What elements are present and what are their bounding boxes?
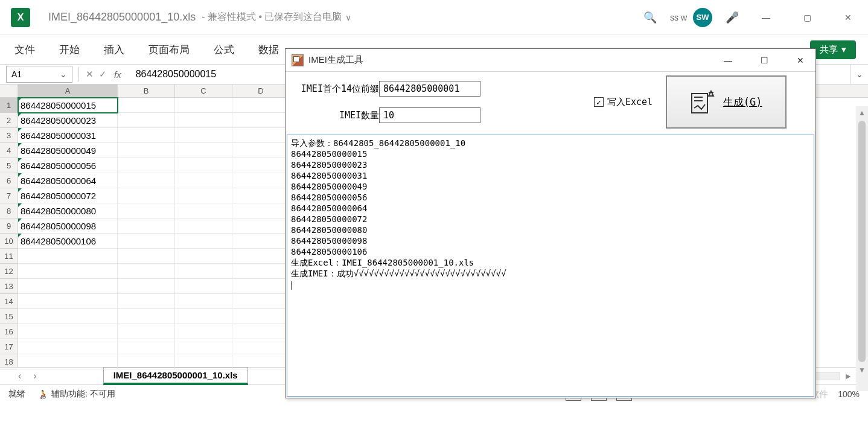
cell[interactable] [232,203,290,218]
cell[interactable] [18,324,118,339]
cell[interactable] [175,203,232,218]
cell[interactable]: 864428050000056 [18,158,118,173]
cell[interactable] [232,128,290,143]
cell[interactable] [232,113,290,128]
sheet-tab[interactable]: IMEI_86442805000001_10.xls [103,367,248,385]
cell[interactable] [232,264,290,279]
row-header[interactable]: 15 [0,309,18,324]
cell[interactable]: 864428050000098 [18,218,118,234]
row-header[interactable]: 12 [0,264,18,279]
cell[interactable] [118,234,175,249]
cell[interactable] [18,294,118,309]
hscroll-right-icon[interactable]: ► [840,371,856,381]
cell[interactable]: 864428050000023 [18,113,118,128]
cell[interactable] [232,324,290,339]
cell[interactable] [118,158,175,173]
cell[interactable] [118,249,175,264]
tab-insert[interactable]: 插入 [101,39,127,60]
file-title[interactable]: IMEI_86442805000001_10.xls [48,11,196,24]
cell[interactable]: 864428050000072 [18,188,118,203]
cell[interactable] [118,113,175,128]
cell[interactable] [175,143,232,158]
cell[interactable] [118,324,175,339]
cell[interactable] [232,98,290,113]
cell[interactable] [118,339,175,354]
dialog-close-button[interactable]: ✕ [791,56,809,65]
row-header[interactable]: 14 [0,294,18,309]
share-button[interactable]: 共享 ▾ [810,40,856,59]
namebox-dropdown-icon[interactable]: ⌄ [60,69,67,79]
cell[interactable] [118,203,175,218]
cell[interactable] [118,173,175,188]
cell[interactable] [175,294,232,309]
dialog-titlebar[interactable]: IMEI生成工具 — ☐ ✕ [286,49,815,72]
row-header[interactable]: 8 [0,203,18,218]
cell[interactable] [118,143,175,158]
cell[interactable] [175,249,232,264]
row-header[interactable]: 11 [0,249,18,264]
col-header-b[interactable]: B [118,84,175,97]
scroll-down-icon[interactable]: ▼ [858,366,866,374]
dialog-minimize-button[interactable]: — [719,56,737,65]
cell[interactable] [175,339,232,354]
cell[interactable] [232,158,290,173]
prev-sheet-icon[interactable]: ‹ [12,371,27,381]
row-header[interactable]: 16 [0,324,18,339]
cancel-formula-icon[interactable]: ✕ [83,69,96,80]
cell[interactable] [232,309,290,324]
cell[interactable]: 864428050000064 [18,173,118,188]
row-header[interactable]: 17 [0,339,18,354]
cell[interactable] [175,309,232,324]
cell[interactable] [18,354,118,369]
cell[interactable] [175,264,232,279]
accessibility-icon[interactable]: 🧑‍🦽 [37,389,48,399]
scroll-thumb[interactable] [858,121,866,362]
row-header[interactable]: 10 [0,234,18,249]
cell[interactable] [118,294,175,309]
cell[interactable] [232,354,290,369]
tab-formula[interactable]: 公式 [211,39,237,60]
tab-data[interactable]: 数据 [256,39,281,60]
maximize-button[interactable]: ▢ [793,8,821,27]
cell[interactable] [175,234,232,249]
cell[interactable] [18,264,118,279]
cell[interactable] [18,309,118,324]
cell[interactable]: 864428050000106 [18,234,118,249]
cell[interactable]: 864428050000015 [18,98,118,113]
cell[interactable]: 864428050000031 [18,128,118,143]
prefix-input[interactable] [379,81,480,97]
row-header[interactable]: 2 [0,113,18,128]
col-header-d[interactable]: D [232,84,290,97]
cell[interactable] [175,113,232,128]
next-sheet-icon[interactable]: › [27,371,42,381]
count-input[interactable] [379,107,480,123]
scroll-up-icon[interactable]: ▲ [858,109,866,117]
cell[interactable] [232,249,290,264]
tab-file[interactable]: 文件 [12,39,37,60]
row-header[interactable]: 1 [0,98,18,113]
user-avatar[interactable]: SW [693,8,712,27]
cell[interactable] [175,158,232,173]
cell[interactable] [118,264,175,279]
cell[interactable] [18,339,118,354]
cell[interactable] [175,218,232,234]
cell[interactable] [175,98,232,113]
cell[interactable] [232,279,290,294]
row-header[interactable]: 6 [0,173,18,188]
row-header[interactable]: 4 [0,143,18,158]
minimize-button[interactable]: — [752,8,780,27]
row-header[interactable]: 5 [0,158,18,173]
col-header-c[interactable]: C [175,84,232,97]
cell[interactable]: 864428050000049 [18,143,118,158]
cell[interactable] [18,279,118,294]
title-dropdown-icon[interactable]: ∨ [345,13,351,22]
mic-icon[interactable]: 🎤 [726,11,739,24]
cell[interactable] [232,173,290,188]
tab-layout[interactable]: 页面布局 [146,39,192,60]
cell[interactable] [118,98,175,113]
cell[interactable] [175,128,232,143]
col-header-a[interactable]: A [18,84,118,97]
cell[interactable] [175,279,232,294]
cell[interactable] [175,173,232,188]
cell[interactable] [118,354,175,369]
